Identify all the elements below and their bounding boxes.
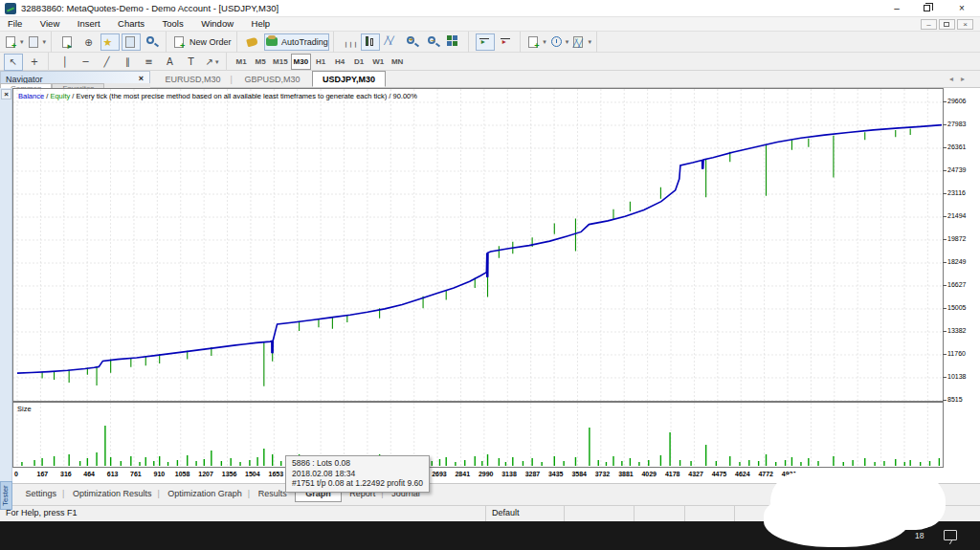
menu-charts[interactable]: Charts	[110, 17, 152, 30]
menu-tools[interactable]: Tools	[155, 17, 191, 30]
taskbar-clock-fragment: 18	[915, 531, 924, 540]
y-axis-label: 23116	[947, 189, 966, 196]
timeframe-h4[interactable]: H4	[330, 54, 349, 70]
new-chart-button[interactable]: +▾	[4, 33, 25, 51]
x-axis-label: 761	[123, 471, 148, 477]
tester-tab-settings[interactable]: Settings	[20, 485, 63, 502]
zoom-out-icon[interactable]: –	[424, 33, 443, 51]
tab-scroll-right-icon[interactable]: ▸	[961, 75, 972, 83]
y-axis-label: 24739	[947, 166, 966, 173]
expert-advisors-icon[interactable]	[243, 33, 262, 51]
horn-icon	[246, 37, 258, 48]
child-close-button[interactable]: ×	[957, 19, 973, 30]
y-axis-label: 8515	[947, 396, 963, 403]
x-axis-label: 4327	[683, 471, 708, 477]
close-button[interactable]: ×	[947, 0, 976, 17]
menu-insert[interactable]: Insert	[70, 17, 108, 30]
star-icon: ★	[103, 35, 113, 49]
child-minimize-button[interactable]: –	[921, 19, 937, 30]
new-order-button[interactable]: +New Order	[172, 33, 233, 51]
zoom-in-icon[interactable]: +	[403, 33, 422, 51]
size-panel[interactable]	[12, 402, 944, 468]
child-restore-button[interactable]	[939, 19, 955, 30]
chart-shift-icon[interactable]: ▸	[497, 33, 516, 51]
timeframe-w1[interactable]: W1	[368, 54, 388, 70]
legend-balance: Balance	[18, 92, 44, 100]
text-tool[interactable]: A	[161, 54, 180, 71]
timeframe-mn[interactable]: MN	[388, 54, 407, 70]
strategy-tester-button[interactable]: ★	[100, 33, 120, 51]
toolbar-main: +▾ ▾ ▸ ⊕ ★ +New Order AutoTrading + – ▸ …	[0, 32, 980, 53]
tab-scroll-left-icon[interactable]: ◂	[949, 75, 961, 83]
bar-chart-icon[interactable]	[340, 33, 359, 51]
channel-tool[interactable]: ∥	[119, 54, 138, 71]
menu-file[interactable]: File	[0, 17, 30, 30]
chevron-down-icon: ▾	[543, 38, 546, 46]
x-axis-label: 4178	[660, 471, 685, 477]
size-panel-svg	[13, 403, 943, 467]
fibonacci-tool[interactable]: ≡	[140, 54, 159, 71]
tab-separator: |	[62, 489, 64, 498]
crosshair-move-icon[interactable]: ⊕	[79, 33, 99, 51]
tester-tab-optimization-graph[interactable]: Optimization Graph	[162, 485, 248, 502]
candlestick-chart-icon[interactable]	[361, 33, 380, 51]
timeframe-m1[interactable]: M1	[232, 54, 251, 70]
tester-side-label[interactable]: Tester	[0, 481, 12, 510]
menu-help[interactable]: Help	[244, 17, 278, 30]
chart-window-icon[interactable]: ▸	[58, 33, 78, 51]
vertical-line-tool[interactable]: │	[56, 54, 75, 71]
x-axis-label: 167	[30, 471, 55, 477]
y-axis-label: 10138	[947, 373, 966, 380]
timeframe-m5[interactable]: M5	[251, 54, 270, 70]
label-tool[interactable]: T	[182, 54, 201, 71]
tester-close-icon[interactable]: ×	[1, 89, 11, 99]
tile-windows-icon[interactable]	[445, 33, 464, 51]
timeframe-d1[interactable]: D1	[349, 54, 368, 70]
indicators-button[interactable]: +▾	[526, 33, 547, 51]
line-chart-icon[interactable]	[382, 33, 401, 51]
templates-button[interactable]: ▾	[571, 33, 592, 51]
tab-separator: |	[157, 489, 159, 498]
timeframe-h1[interactable]: H1	[311, 54, 330, 70]
auto-scroll-icon[interactable]: ▸	[476, 33, 495, 51]
chart-tab-usdjpy[interactable]: USDJPY,M30	[312, 71, 386, 87]
app-icon	[5, 3, 16, 14]
tester-tab-optimization-results[interactable]: Optimization Results	[67, 485, 158, 502]
horizontal-line-tool[interactable]: ─	[77, 54, 96, 71]
minimize-button[interactable]: –	[882, 0, 911, 17]
x-axis-label: 2693	[427, 471, 452, 477]
periods-button[interactable]: ▾	[549, 33, 570, 51]
trendline-tool[interactable]: ╱	[98, 54, 117, 71]
x-axis-label: 613	[100, 471, 125, 477]
autotrading-button[interactable]: AutoTrading	[264, 33, 329, 51]
market-watch-button[interactable]	[122, 33, 141, 51]
tab-separator: |	[231, 75, 233, 84]
x-axis-label: 910	[146, 471, 171, 477]
restore-button[interactable]	[913, 0, 942, 17]
y-axis-label: 16627	[947, 281, 966, 288]
tooltip-detail-line: #1751 t/p 0.08 at 1.22492 profit 9.60	[292, 478, 423, 489]
shapes-tool[interactable]: ↗▾	[203, 54, 222, 71]
x-axis-label: 3138	[497, 471, 522, 477]
crosshair-tool[interactable]: +	[25, 54, 44, 71]
x-axis-label: 4029	[636, 471, 661, 477]
profiles-button[interactable]: ▾	[27, 33, 48, 51]
status-cell-empty	[685, 506, 735, 521]
chart-tab-gbpusd[interactable]: GBPUSD,M30	[234, 72, 309, 86]
timeframe-m30[interactable]: M30	[291, 54, 312, 70]
menu-window[interactable]: Window	[193, 17, 241, 30]
chevron-down-icon: ▾	[588, 38, 591, 46]
notification-center-icon[interactable]	[944, 530, 957, 540]
cursor-tool[interactable]: ↖	[4, 54, 23, 71]
y-axis-label: 13382	[947, 327, 966, 334]
restore-icon	[924, 5, 930, 11]
status-profile[interactable]: Default	[486, 506, 565, 521]
menu-view[interactable]: View	[33, 17, 67, 30]
timeframe-m15[interactable]: M15	[270, 54, 291, 70]
data-window-button[interactable]	[143, 33, 162, 51]
balance-graph[interactable]	[12, 88, 944, 402]
y-axis-label: 21494	[947, 212, 966, 219]
tab-scroll-arrows[interactable]: ◂▸	[949, 75, 972, 83]
y-axis-label: 29606	[947, 98, 966, 104]
chart-tab-eurusd[interactable]: EURUSD,M30	[156, 72, 231, 86]
